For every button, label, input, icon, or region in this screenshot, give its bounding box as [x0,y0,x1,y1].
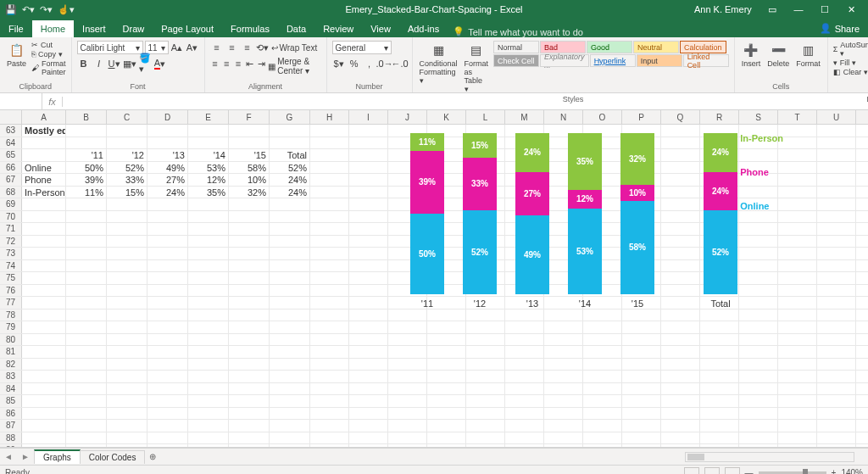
fill-color-button[interactable]: 🪣▾ [138,57,152,70]
row-header[interactable]: 79 [0,321,22,333]
cell[interactable] [22,236,66,248]
cell[interactable] [349,198,388,210]
cell[interactable] [270,359,310,371]
cell[interactable] [427,346,466,358]
cell[interactable] [349,420,388,432]
cell[interactable] [66,198,107,210]
cell[interactable] [466,359,505,371]
cell[interactable] [310,334,349,346]
style-check-cell[interactable]: Check Cell [493,54,539,67]
cell[interactable] [270,408,310,420]
tab-home[interactable]: Home [32,20,74,37]
row-header[interactable]: 86 [0,408,22,420]
cell[interactable] [817,125,856,137]
col-header-R[interactable]: R [700,110,739,124]
cell[interactable] [229,408,270,420]
italic-button[interactable]: I [92,57,106,70]
tab-draw[interactable]: Draw [114,20,153,37]
cell[interactable] [66,346,107,358]
cell[interactable] [107,125,147,137]
cell[interactable] [66,236,107,248]
cell[interactable] [505,444,544,448]
cell[interactable] [817,297,856,309]
cell[interactable] [310,395,349,407]
cell[interactable] [147,359,188,371]
cell[interactable] [544,346,583,358]
touch-mode-icon[interactable]: ☝▾ [58,4,75,15]
cell[interactable] [583,346,622,358]
tab-formulas[interactable]: Formulas [222,20,278,37]
style-input[interactable]: Input [637,54,682,67]
cell[interactable] [349,444,388,448]
row-header[interactable]: 73 [0,248,22,259]
format-cells-button[interactable]: ▥Format [794,41,822,70]
cell[interactable] [229,125,270,137]
cell[interactable] [622,408,661,420]
cell[interactable] [22,137,66,149]
undo-icon[interactable]: ↶▾ [22,4,35,15]
cell[interactable] [583,420,622,432]
cell[interactable] [229,420,270,432]
cell[interactable] [66,125,107,137]
cell[interactable] [583,395,622,407]
cell[interactable] [622,346,661,358]
tab-view[interactable]: View [362,20,399,37]
cell[interactable] [229,432,270,444]
cell[interactable] [817,248,856,259]
cell[interactable] [817,236,856,248]
row-header[interactable]: 65 [0,149,22,161]
cell[interactable] [817,321,856,333]
tab-review[interactable]: Review [314,20,362,37]
wrap-text-button[interactable]: ↩ Wrap Text [271,41,318,54]
cell[interactable] [427,420,466,432]
border-button[interactable]: ▦▾ [123,57,136,70]
cell[interactable] [661,383,700,395]
cell[interactable] [147,432,188,444]
cell[interactable] [22,359,66,371]
cell[interactable] [388,432,427,444]
cell[interactable] [229,260,270,272]
cell[interactable] [107,420,147,432]
cell[interactable] [188,395,229,407]
cell[interactable] [700,444,739,448]
cell[interactable] [700,359,739,371]
cell[interactable] [466,395,505,407]
cell[interactable] [388,420,427,432]
cell[interactable] [739,408,778,420]
cell[interactable] [147,371,188,382]
share-button[interactable]: 👤 Share [811,20,868,37]
cell[interactable] [270,125,310,137]
cell[interactable] [229,359,270,371]
cell[interactable] [466,383,505,395]
col-header-J[interactable]: J [388,110,427,124]
cell[interactable] [188,432,229,444]
zoom-percent[interactable]: 140% [841,468,863,474]
cell[interactable] [778,371,817,382]
cell[interactable] [817,272,856,284]
cell[interactable]: '14 [188,149,229,161]
bar-'14[interactable]: 53%12%35%'14 [568,133,602,294]
col-header-E[interactable]: E [188,110,229,124]
cell[interactable] [349,371,388,382]
cell[interactable] [778,272,817,284]
cell[interactable] [349,408,388,420]
cell[interactable] [739,359,778,371]
cell[interactable]: 58% [229,162,270,174]
cell[interactable] [270,432,310,444]
col-header-U[interactable]: U [817,110,856,124]
cell[interactable] [147,198,188,210]
cell[interactable] [188,297,229,309]
cell[interactable] [310,272,349,284]
cell[interactable] [466,371,505,382]
cell[interactable] [739,444,778,448]
cell[interactable]: 49% [147,162,188,174]
conditional-formatting-button[interactable]: ▦Conditional Formatting ▾ [418,41,459,86]
cell[interactable] [778,198,817,210]
cell[interactable] [66,334,107,346]
cell[interactable] [817,346,856,358]
align-middle-icon[interactable]: ≡ [225,41,239,54]
cell[interactable] [778,260,817,272]
cell[interactable] [66,444,107,448]
cell[interactable]: 52% [270,162,310,174]
cell[interactable] [778,309,817,321]
